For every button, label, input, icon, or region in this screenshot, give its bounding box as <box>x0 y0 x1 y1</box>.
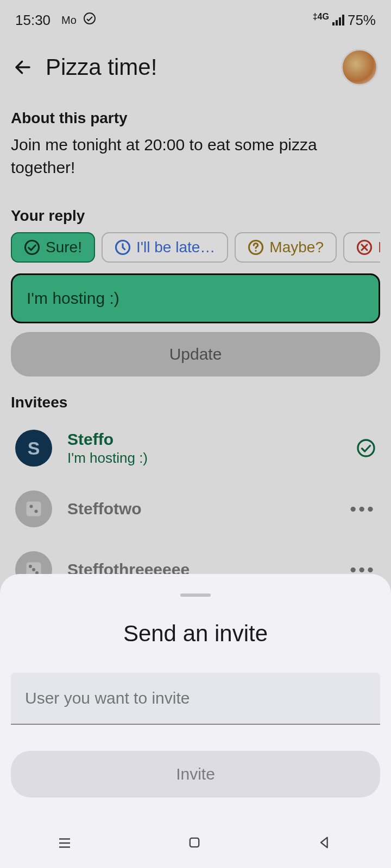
invite-button[interactable]: Invite <box>11 751 380 797</box>
system-nav-bar <box>0 819 391 868</box>
recents-icon[interactable] <box>56 835 74 852</box>
invite-user-input[interactable] <box>11 673 380 725</box>
sheet-handle[interactable] <box>180 593 211 597</box>
sheet-title: Send an invite <box>11 621 380 647</box>
home-icon[interactable] <box>187 835 204 852</box>
svg-rect-21 <box>190 838 199 847</box>
back-nav-icon[interactable] <box>317 835 335 852</box>
